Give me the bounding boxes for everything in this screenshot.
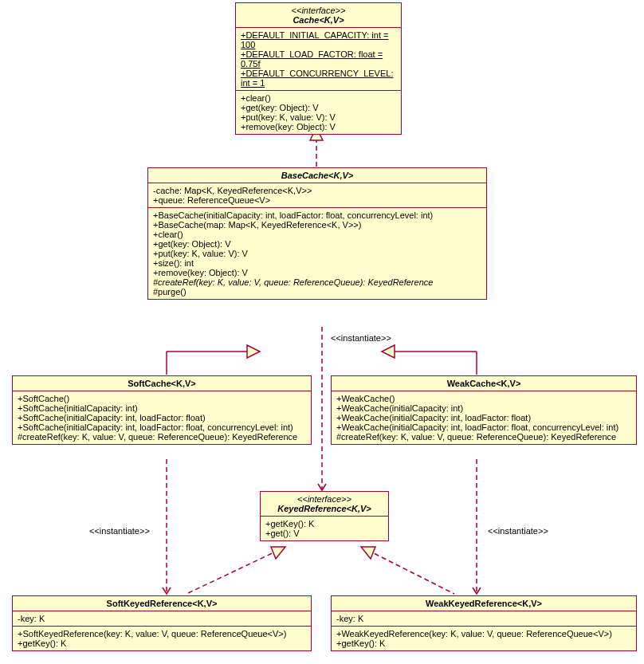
- stereotype: <<interface>>: [297, 494, 351, 504]
- svg-marker-7: [382, 345, 395, 358]
- class-name: Cache<K,V>: [293, 15, 344, 25]
- class-softkeyedreference: SoftKeyedReference<K,V> -key: K +SoftKey…: [12, 595, 312, 651]
- class-name: WeakKeyedReference<K,V>: [426, 599, 542, 608]
- class-name: SoftCache<K,V>: [128, 379, 196, 388]
- class-name: KeyedReference<K,V>: [277, 504, 371, 513]
- class-name: SoftKeyedReference<K,V>: [107, 599, 218, 608]
- attrs: -key: K: [332, 611, 636, 627]
- attrs: -key: K: [13, 611, 311, 627]
- class-basecache: BaseCache<K,V> -cache: Map<K, KeyedRefer…: [147, 167, 487, 300]
- instantiate-label: <<instantiate>>: [89, 526, 150, 536]
- attrs: +DEFAULT_INITIAL_CAPACITY: int = 100+DEF…: [236, 28, 401, 91]
- stereotype: <<interface>>: [292, 6, 346, 15]
- ops: +WeakKeyedReference(key: K, value: V, qu…: [332, 627, 636, 650]
- svg-line-11: [187, 550, 279, 594]
- instantiate-label: <<instantiate>>: [488, 526, 548, 536]
- attrs: -cache: Map<K, KeyedReference<K,V>>+queu…: [148, 183, 486, 208]
- ops: +SoftCache()+SoftCache(initialCapacity: …: [13, 391, 311, 444]
- ops: +BaseCache(initialCapacity: int, loadFac…: [148, 208, 486, 299]
- class-cache: <<interface>>Cache<K,V> +DEFAULT_INITIAL…: [235, 2, 402, 135]
- svg-marker-4: [247, 345, 260, 358]
- ops: +clear()+get(key: Object): V+put(key: K,…: [236, 91, 401, 134]
- ops: +SoftKeyedReference(key: K, value: V, qu…: [13, 627, 311, 650]
- svg-line-13: [367, 550, 454, 594]
- ops: +WeakCache()+WeakCache(initialCapacity: …: [332, 391, 636, 444]
- class-weakkeyedreference: WeakKeyedReference<K,V> -key: K +WeakKey…: [331, 595, 637, 651]
- ops: +getKey(): K+get(): V: [261, 517, 388, 540]
- class-name: WeakCache<K,V>: [447, 379, 521, 388]
- class-softcache: SoftCache<K,V> +SoftCache()+SoftCache(in…: [12, 375, 312, 445]
- instantiate-label: <<instantiate>>: [331, 333, 391, 343]
- svg-marker-14: [361, 547, 375, 559]
- svg-marker-12: [271, 547, 285, 559]
- class-weakcache: WeakCache<K,V> +WeakCache()+WeakCache(in…: [331, 375, 637, 445]
- class-name: BaseCache<K,V>: [281, 171, 354, 180]
- class-keyedreference: <<interface>>KeyedReference<K,V> +getKey…: [260, 491, 389, 541]
